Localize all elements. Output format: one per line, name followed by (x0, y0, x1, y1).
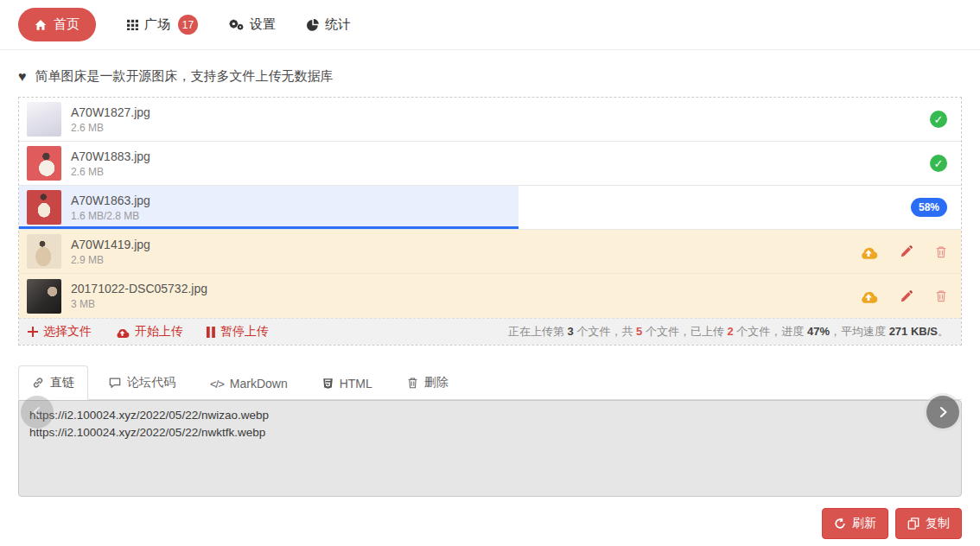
nav-item-home[interactable]: 首页 (18, 8, 96, 41)
start-upload-label: 开始上传 (135, 324, 183, 340)
file-size: 3 MB (71, 298, 207, 310)
file-name: A70W1863.jpg (71, 194, 150, 207)
plus-icon (28, 327, 38, 337)
file-thumbnail (27, 190, 61, 225)
file-row: A70W1827.jpg 2.6 MB ✓ (19, 98, 961, 142)
prev-arrow-button[interactable] (21, 396, 54, 429)
next-arrow-button[interactable] (926, 396, 959, 429)
cloud-upload-icon (115, 327, 130, 338)
cloud-upload-icon (859, 244, 878, 259)
start-upload-button[interactable]: 开始上传 (115, 324, 183, 340)
pause-upload-label: 暂停上传 (220, 324, 269, 340)
file-size: 2.6 MB (71, 122, 150, 134)
chevron-left-icon (30, 405, 44, 419)
pick-files-button[interactable]: 选择文件 (28, 324, 92, 340)
link-icon (32, 377, 44, 389)
refresh-label: 刷新 (852, 516, 876, 531)
file-row-uploading: A70W1863.jpg 1.6 MB/2.8 MB 58% (19, 186, 961, 230)
nav-item-stats[interactable]: 统计 (307, 16, 351, 33)
tab-direct-link-label: 直链 (50, 375, 74, 390)
uploaded-files-number: 2 (728, 325, 734, 338)
delete-file-button[interactable] (935, 289, 947, 302)
edit-file-button[interactable] (900, 245, 913, 257)
file-size: 1.6 MB/2.8 MB (71, 210, 150, 222)
nav-plaza-label: 广场 (144, 16, 170, 33)
pick-files-label: 选择文件 (43, 324, 92, 340)
tagline-text: 简单图床是一款开源图床，支持多文件上传无数据库 (35, 68, 334, 85)
output-textarea[interactable]: https://i2.100024.xyz/2022/05/22/nwizao.… (18, 400, 962, 497)
tab-delete-label: 删除 (424, 375, 449, 390)
tab-direct-link[interactable]: 直链 (18, 365, 88, 400)
tab-markdown[interactable]: </> MarkDown (196, 367, 302, 400)
success-check-icon: ✓ (930, 111, 947, 128)
trash-icon (935, 245, 947, 258)
nav-stats-label: 统计 (325, 16, 351, 33)
nav-item-plaza[interactable]: 广场 17 (127, 15, 198, 35)
refresh-icon (834, 517, 846, 530)
output-area: https://i2.100024.xyz/2022/05/22/nwizao.… (18, 400, 962, 497)
upload-file-button[interactable] (859, 244, 878, 259)
edit-file-button[interactable] (900, 290, 913, 302)
file-row: A70W1883.jpg 2.6 MB ✓ (19, 142, 961, 186)
copy-icon (907, 517, 920, 530)
delete-file-button[interactable] (935, 245, 947, 258)
upload-status-text: 正在上传第 3 个文件，共 5 个文件，已上传 2 个文件，进度 47%，平均速… (508, 324, 952, 340)
tagline: ♥ 简单图床是一款开源图床，支持多文件上传无数据库 (18, 68, 962, 85)
pencil-icon (900, 245, 913, 257)
file-name: 20171022-DSC05732.jpg (71, 282, 207, 295)
file-size: 2.9 MB (71, 254, 150, 266)
cloud-upload-icon (859, 289, 878, 303)
pencil-icon (900, 290, 913, 302)
trash-icon (935, 289, 947, 302)
current-file-number: 3 (568, 325, 574, 338)
gears-icon (229, 18, 244, 31)
heart-icon: ♥ (18, 69, 27, 85)
code-icon: </> (210, 378, 224, 390)
file-name: A70W1883.jpg (71, 149, 150, 163)
file-thumbnail (27, 146, 61, 181)
success-check-icon: ✓ (930, 155, 947, 172)
file-row-queued: A70W1419.jpg 2.9 MB (19, 230, 961, 274)
upload-panel: A70W1827.jpg 2.6 MB ✓ A70W1883.jpg 2.6 M… (18, 97, 962, 346)
tab-html-label: HTML (340, 377, 372, 390)
pie-chart-icon (307, 19, 319, 31)
file-thumbnail (27, 102, 61, 136)
tab-html[interactable]: HTML (309, 367, 386, 400)
file-thumbnail (27, 279, 61, 314)
progress-badge: 58% (911, 198, 947, 217)
file-size: 2.6 MB (71, 166, 150, 178)
chevron-right-icon (936, 405, 950, 419)
average-speed: 271 KB/S (889, 325, 938, 338)
tab-delete[interactable]: 删除 (393, 365, 462, 400)
tab-forum-code-label: 论坛代码 (127, 375, 175, 390)
home-icon (35, 19, 47, 31)
copy-button[interactable]: 复制 (895, 508, 962, 539)
upload-file-button[interactable] (859, 289, 878, 303)
tab-markdown-label: MarkDown (230, 377, 288, 390)
nav-settings-label: 设置 (250, 16, 276, 33)
html5-icon (322, 378, 334, 390)
pause-icon (207, 327, 215, 338)
grid-icon (127, 19, 138, 30)
uploader-toolbar: 选择文件 开始上传 暂停上传 正在上传第 3 个文件，共 5 个文件，已上传 2… (19, 318, 961, 345)
comment-icon (109, 377, 121, 389)
file-name: A70W1827.jpg (71, 105, 150, 119)
file-thumbnail (27, 234, 61, 269)
plaza-count-badge: 17 (178, 15, 198, 35)
overall-progress: 47% (807, 325, 830, 338)
output-tabs: 直链 论坛代码 </> MarkDown HTML 删除 (18, 365, 962, 400)
trash-icon (407, 377, 418, 389)
copy-label: 复制 (926, 516, 950, 531)
bottom-actions: 刷新 复制 (18, 508, 962, 539)
tab-forum-code[interactable]: 论坛代码 (95, 365, 189, 400)
pause-upload-button[interactable]: 暂停上传 (207, 324, 269, 340)
top-nav: 首页 广场 17 设置 (0, 0, 980, 50)
file-name: A70W1419.jpg (71, 238, 150, 251)
refresh-button[interactable]: 刷新 (822, 508, 888, 539)
nav-item-settings[interactable]: 设置 (229, 16, 276, 33)
file-row-queued: 20171022-DSC05732.jpg 3 MB (19, 274, 961, 318)
nav-home-label: 首页 (54, 16, 80, 33)
